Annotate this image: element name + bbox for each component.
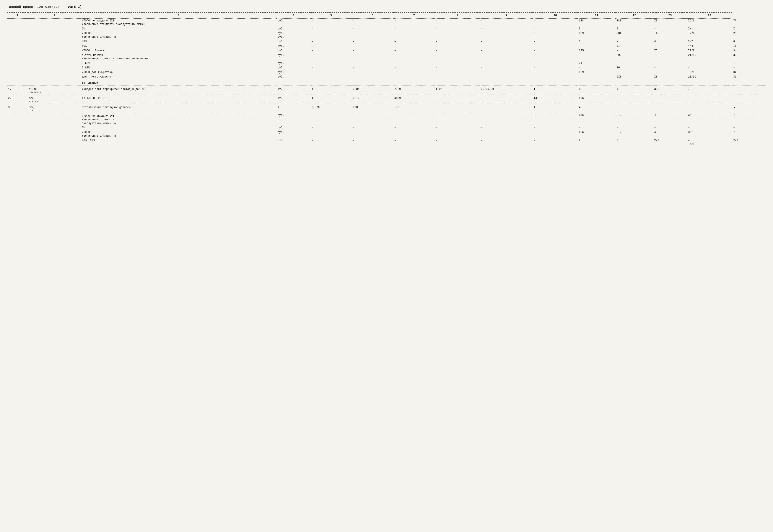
table-row: ИТОГО:Увеличение з/платы на руб. – – – –… (7, 130, 766, 138)
table-row: 1. 7–44839–I–I.8 Укладка плит перекрытий… (7, 86, 766, 95)
table-row: 3,66% руб. – – – – – – 24 – – – – (7, 61, 766, 66)
page-title: Типовой проект I25-045/I.2 (7, 5, 59, 9)
col-header-14: I4 (687, 13, 732, 18)
table-row: 60% руб. – – – – – – – II 7 4/4 II (7, 44, 766, 49)
table-row: для г.Усть–Илимска руб. – – – – – – – 9I… (7, 75, 766, 79)
col-header-2: 2 (28, 13, 81, 18)
col-header-13: I3 (653, 13, 687, 18)
col-header-11: II (578, 13, 616, 18)
table-row: ИТОГО г.Братск руб. – – – – – – 645 – I5… (7, 49, 766, 53)
column-headers: 1 2 3 4 5 6 7 8 9 IO II I2 I3 I4 (7, 13, 766, 18)
main-table: 1 2 3 4 5 6 7 8 9 IO II I2 I3 I4 ИТОГО п… (7, 12, 766, 147)
table-row: г.Усть–ИлимскУвеличение стоимости привоз… (7, 53, 766, 61)
page-subtitle: УШ(8-2) (68, 5, 82, 9)
table-row: ИТОГО:Увеличение з/платы на руб.руб. –– … (7, 31, 766, 39)
col-header-4: 4 (277, 13, 310, 18)
table-row: 5% руб. – – – – – – – – – – – (7, 126, 766, 130)
col-header-3: 3 (81, 13, 277, 18)
col-header-6: 6 (352, 13, 393, 18)
table-row: 2,88% руб. – – – – – – – 26 – – – (7, 66, 766, 70)
col-header-9: 9 (480, 13, 532, 18)
page-header: Типовой проект I25-045/I.2 УШ(8-2) (7, 5, 766, 9)
col-header-10: IO (533, 13, 578, 18)
col-header-12: I2 (616, 13, 653, 18)
table-row: IV. Лоджии (7, 79, 766, 86)
col-header-8: 8 (435, 13, 480, 18)
table-row: ИТОГО по разделу III:Увеличение стоимост… (7, 18, 766, 27)
col-header-5: 5 (310, 13, 352, 18)
col-header-7: 7 (393, 13, 435, 18)
table-row: ИТОГО для г.Братска руб. – – – – – – 669… (7, 70, 766, 75)
table-row: 40% руб. – – – – – – 6 – 4 2/2 6 (7, 39, 766, 44)
col-header-1: 1 (7, 13, 28, 18)
table-row: 40%, 60% руб. – – – – – – 2 3 2/2 –I4/I … (7, 138, 766, 147)
table-row: 5% руб. – – – – – – I I – I/– I (7, 27, 766, 31)
table-row: ИТОГО по разделу IV:Увеличение стоимости… (7, 113, 766, 126)
table-row: 3. ЗСЦт.ч.т.I Металлизация закладных дет… (7, 104, 766, 113)
table-row: 2. ЗСЦп.9.87I То же, ПР-29.I2 шт. 4 35,2… (7, 95, 766, 104)
